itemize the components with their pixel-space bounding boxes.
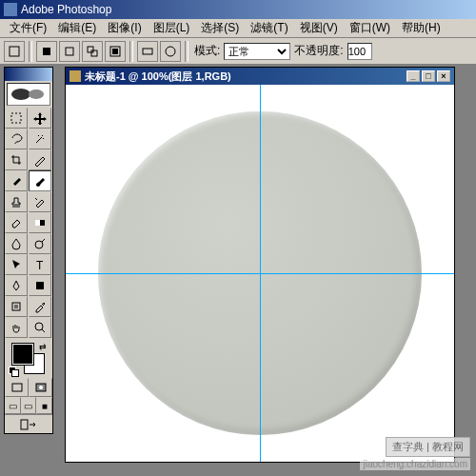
workspace: T ⇄ ▭ ▭ ■ 未标题-1 @ 100%(图层 1,RGB) xyxy=(0,65,476,476)
svg-point-10 xyxy=(29,89,44,99)
option-btn-6[interactable] xyxy=(160,41,181,62)
menu-view[interactable]: 视图(V) xyxy=(294,18,344,38)
jump-to-icon[interactable] xyxy=(5,414,52,433)
history-brush-icon[interactable] xyxy=(29,191,51,212)
document-window: 未标题-1 @ 100%(图层 1,RGB) _ □ × xyxy=(65,67,455,463)
svg-rect-0 xyxy=(10,47,19,56)
svg-rect-3 xyxy=(88,47,93,52)
gradient-tool-icon[interactable] xyxy=(29,212,51,233)
option-btn-5[interactable] xyxy=(137,41,158,62)
svg-rect-4 xyxy=(91,50,97,56)
options-bar: 模式: 正常 不透明度: xyxy=(0,38,476,65)
dodge-tool-icon[interactable] xyxy=(29,233,51,254)
svg-point-9 xyxy=(11,89,30,100)
mode-label: 模式: xyxy=(194,43,220,59)
watermark-brand: 查字典 | 教程网 xyxy=(386,437,470,457)
mode-select[interactable]: 正常 xyxy=(224,43,290,60)
foreground-color[interactable] xyxy=(12,344,33,365)
path-select-icon[interactable] xyxy=(5,254,28,275)
tool-preset-icon[interactable] xyxy=(4,41,25,62)
svg-rect-19 xyxy=(12,384,22,391)
svg-rect-17 xyxy=(12,303,20,310)
minimize-icon[interactable]: _ xyxy=(407,70,420,82)
separator xyxy=(129,41,133,62)
svg-rect-13 xyxy=(35,220,40,226)
type-tool-icon[interactable]: T xyxy=(29,254,51,275)
move-tool-icon[interactable] xyxy=(29,108,51,129)
option-btn-2[interactable] xyxy=(59,41,80,62)
svg-point-8 xyxy=(166,47,175,56)
document-titlebar[interactable]: 未标题-1 @ 100%(图层 1,RGB) _ □ × xyxy=(66,68,454,85)
svg-rect-2 xyxy=(66,48,73,55)
marquee-tool-icon[interactable] xyxy=(5,108,28,129)
slice-tool-icon[interactable] xyxy=(29,149,51,170)
notes-tool-icon[interactable] xyxy=(5,296,28,317)
svg-text:T: T xyxy=(36,259,44,271)
svg-rect-11 xyxy=(11,113,21,123)
quickmask-mode-icon[interactable] xyxy=(29,378,52,397)
blur-tool-icon[interactable] xyxy=(5,233,28,254)
opacity-label: 不透明度: xyxy=(294,43,343,59)
document-title: 未标题-1 @ 100%(图层 1,RGB) xyxy=(85,69,231,84)
canvas[interactable] xyxy=(66,85,454,462)
option-btn-1[interactable] xyxy=(36,41,57,62)
menubar: 文件(F) 编辑(E) 图像(I) 图层(L) 选择(S) 滤镜(T) 视图(V… xyxy=(0,19,476,38)
separator xyxy=(185,41,188,62)
svg-point-21 xyxy=(39,386,43,389)
swap-colors-icon[interactable]: ⇄ xyxy=(39,342,49,351)
crop-tool-icon[interactable] xyxy=(5,149,28,170)
svg-point-14 xyxy=(35,241,43,248)
close-icon[interactable]: × xyxy=(437,70,450,82)
maximize-icon[interactable]: □ xyxy=(422,70,435,82)
brush-tool-icon[interactable] xyxy=(29,170,51,191)
lasso-tool-icon[interactable] xyxy=(5,129,28,149)
menu-file[interactable]: 文件(F) xyxy=(4,18,52,38)
horizontal-guide[interactable] xyxy=(66,273,454,274)
app-titlebar: Adobe Photoshop xyxy=(0,0,476,19)
eyedropper-tool-icon[interactable] xyxy=(29,296,51,317)
menu-window[interactable]: 窗口(W) xyxy=(344,18,396,38)
tools-grid: T xyxy=(5,108,52,338)
default-colors-icon[interactable] xyxy=(9,367,18,376)
app-title: Adobe Photoshop xyxy=(21,3,111,16)
color-swatches: ⇄ xyxy=(5,338,52,378)
menu-edit[interactable]: 编辑(E) xyxy=(52,18,102,38)
brush-preview[interactable] xyxy=(7,83,50,106)
hand-tool-icon[interactable] xyxy=(5,317,28,338)
screen-full-icon[interactable]: ■ xyxy=(36,397,52,414)
svg-rect-7 xyxy=(143,49,152,54)
toolbox: T ⇄ ▭ ▭ ■ xyxy=(4,67,53,434)
pen-tool-icon[interactable] xyxy=(5,275,28,296)
heal-tool-icon[interactable] xyxy=(5,170,28,191)
toolbox-titlebar[interactable] xyxy=(5,68,52,81)
option-btn-4[interactable] xyxy=(105,41,126,62)
stamp-tool-icon[interactable] xyxy=(5,191,28,212)
svg-rect-6 xyxy=(112,49,118,54)
shape-tool-icon[interactable] xyxy=(29,275,51,296)
standard-mode-icon[interactable] xyxy=(5,378,29,397)
opacity-input[interactable] xyxy=(347,43,372,60)
menu-filter[interactable]: 滤镜(T) xyxy=(245,18,293,38)
screen-menubar-icon[interactable]: ▭ xyxy=(21,397,37,414)
menu-select[interactable]: 选择(S) xyxy=(195,18,245,38)
svg-rect-1 xyxy=(43,48,50,55)
separator xyxy=(29,41,32,62)
zoom-tool-icon[interactable] xyxy=(29,317,51,338)
svg-rect-16 xyxy=(36,282,44,289)
option-btn-3[interactable] xyxy=(82,41,103,62)
menu-image[interactable]: 图像(I) xyxy=(102,18,147,38)
svg-point-18 xyxy=(35,323,43,330)
screen-standard-icon[interactable]: ▭ xyxy=(5,397,21,414)
menu-help[interactable]: 帮助(H) xyxy=(396,18,446,38)
document-icon xyxy=(69,70,81,82)
eraser-tool-icon[interactable] xyxy=(5,212,28,233)
wand-tool-icon[interactable] xyxy=(29,129,51,149)
watermark-site: jiaocheng.chazidian.com xyxy=(360,458,470,470)
app-icon xyxy=(4,3,17,16)
menu-layer[interactable]: 图层(L) xyxy=(148,18,196,38)
svg-rect-22 xyxy=(21,420,28,429)
